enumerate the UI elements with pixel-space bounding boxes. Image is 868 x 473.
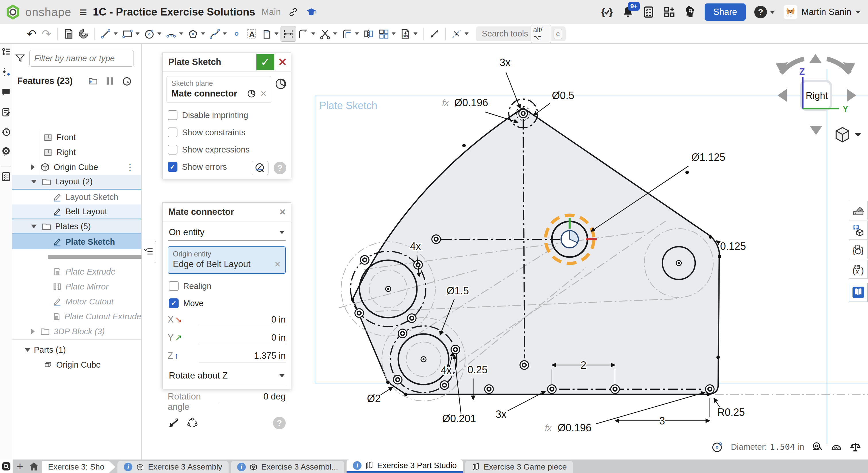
y-offset-field[interactable]: Y↗ 0 in <box>168 332 286 344</box>
feature-item-belt-layout[interactable]: Belt Layout <box>12 205 141 219</box>
tab-search-button[interactable] <box>0 460 12 473</box>
offset-tool[interactable] <box>339 26 354 41</box>
feature-item-front[interactable]: Front <box>12 130 141 145</box>
rollback-bar[interactable] <box>48 255 149 259</box>
feature-item-right[interactable]: Right <box>12 145 141 160</box>
rollback-handle-icon[interactable]: ⋮ <box>126 162 134 172</box>
new-folder-icon[interactable] <box>88 76 98 86</box>
share-button[interactable]: Share <box>705 3 746 21</box>
mirror-tool[interactable] <box>361 26 376 41</box>
confirm-button[interactable]: ✓ <box>256 54 274 70</box>
versions-icon[interactable] <box>1 146 11 156</box>
clear-field-icon[interactable]: × <box>275 258 281 270</box>
spline-tool[interactable] <box>207 26 222 41</box>
feature-item-plate-mirror[interactable]: Plate Mirror <box>12 279 141 294</box>
arc-tool-caret-icon[interactable] <box>179 32 183 35</box>
rotate-left-arrow[interactable] <box>778 89 787 102</box>
point-tool[interactable] <box>229 26 244 41</box>
rotation-angle-field[interactable]: Rotation angle 0 deg <box>168 391 286 412</box>
collapse-chevron-icon[interactable] <box>25 348 30 352</box>
new-tab-button[interactable]: + <box>17 460 23 473</box>
diameter-value[interactable]: 1.504 <box>770 442 795 452</box>
feature-item-origin-cube[interactable]: Origin Cube ⋮ <box>12 160 141 175</box>
tasks-icon[interactable] <box>643 6 655 18</box>
user-avatar[interactable] <box>783 5 797 19</box>
plate-outline[interactable] <box>352 108 719 394</box>
app-store-icon[interactable] <box>663 6 675 18</box>
checkbox-show-constraints[interactable]: Show constraints <box>168 127 291 137</box>
mass-properties-icon[interactable] <box>849 441 861 453</box>
feedback-icon[interactable]: {} <box>601 6 613 18</box>
history-stopwatch-icon[interactable] <box>1 127 11 137</box>
dialog-list-flyout-toggle[interactable] <box>142 241 156 263</box>
expand-chevron-icon[interactable] <box>31 329 35 334</box>
feature-folder-plates[interactable]: Plates (5) <box>12 219 141 234</box>
feature-folder-3dp-block[interactable]: 3DP Block (3) <box>12 324 141 339</box>
view-mode-caret-icon[interactable] <box>855 133 861 137</box>
x-offset-field[interactable]: X↘ 0 in <box>168 315 286 326</box>
comment-icon[interactable] <box>1 87 11 96</box>
notes-icon[interactable] <box>1 108 11 117</box>
mate-mode-select[interactable]: On entity <box>168 224 286 241</box>
measure-tool[interactable] <box>427 26 442 41</box>
document-menu-icon[interactable]: ≡ <box>79 4 87 20</box>
revolve-tool[interactable] <box>76 26 91 41</box>
document-title[interactable]: 1C - Practice Exercise Solutions <box>93 6 255 18</box>
part-item-origin-cube[interactable]: Origin Cube <box>12 357 141 372</box>
feature-filter-input[interactable] <box>29 50 134 67</box>
tab-exercise-3-game-piece[interactable]: Exercise 3 Game piece <box>465 461 573 473</box>
collapse-chevron-icon[interactable] <box>31 225 37 228</box>
checkbox-move[interactable]: ✓Move <box>169 298 286 308</box>
spline-tool-caret-icon[interactable] <box>223 32 227 35</box>
fillet-tool[interactable] <box>296 26 311 41</box>
share-link-icon[interactable] <box>288 7 298 17</box>
named-views-button[interactable] <box>849 220 868 239</box>
rectangle-tool-caret-icon[interactable] <box>135 32 140 35</box>
rotate-axis-select[interactable]: Rotate about Z <box>168 367 286 384</box>
user-menu-caret-icon[interactable] <box>856 11 861 14</box>
origin-entity-field[interactable]: Origin entity Edge of Belt Layout × <box>168 246 286 274</box>
close-dialog-icon[interactable]: × <box>274 204 291 220</box>
rotate-right-arrow[interactable] <box>847 89 856 102</box>
insert-feature-icon[interactable] <box>1 67 11 77</box>
line-tool-caret-icon[interactable] <box>114 32 118 35</box>
dimension-tool[interactable] <box>281 26 296 41</box>
search-tools-input[interactable] <box>481 29 528 39</box>
checkbox-disable-imprinting[interactable]: Disable imprinting <box>168 110 291 120</box>
filter-funnel-icon[interactable] <box>15 53 25 63</box>
parts-section-header[interactable]: Parts (1) <box>12 342 141 357</box>
suppress-pause-icon[interactable] <box>106 76 114 86</box>
offset-tool-caret-icon[interactable] <box>355 32 359 35</box>
help-caret-icon[interactable] <box>770 11 775 14</box>
import-dxf-tool[interactable]: DXF <box>398 26 413 41</box>
z-offset-field[interactable]: Z↑ 1.375 in <box>168 351 286 362</box>
fillet-tool-caret-icon[interactable] <box>311 32 315 35</box>
feature-item-plate-extrude[interactable]: Plate Extrude <box>12 264 141 279</box>
help-menu-icon[interactable]: ? <box>754 6 767 19</box>
checklist-icon[interactable] <box>1 172 11 181</box>
feature-list-icon[interactable] <box>1 47 11 57</box>
checkbox-show-expressions[interactable]: Show expressions <box>168 145 291 154</box>
onshape-logo-icon[interactable] <box>5 4 21 20</box>
construction-tool-caret-icon[interactable] <box>465 32 469 35</box>
learning-graduation-icon[interactable] <box>306 7 317 17</box>
brand-wordmark[interactable]: onshape <box>25 6 71 19</box>
variable-studio-button[interactable]: ()x <box>849 260 868 278</box>
text-tool[interactable]: A <box>244 26 259 41</box>
ai-advisor-icon[interactable] <box>684 6 696 18</box>
feature-folder-layout[interactable]: Layout (2) <box>12 175 141 189</box>
measure-tape-icon[interactable] <box>812 441 823 453</box>
sl ot-tool[interactable] <box>259 26 274 41</box>
configurations-button[interactable]: {} <box>849 240 868 259</box>
circle-tool[interactable] <box>142 26 157 41</box>
reorient-secondary-axis-icon[interactable] <box>186 417 199 429</box>
rollback-stopwatch-icon[interactable] <box>122 76 132 86</box>
view-mode-cube-icon[interactable] <box>836 127 849 142</box>
rotate-up-arrow[interactable] <box>809 54 822 63</box>
feature-item-plate-sketch[interactable]: Plate Sketch <box>12 234 141 249</box>
help-icon[interactable]: ? <box>274 162 286 174</box>
view-cube[interactable]: Z Y Right <box>764 46 867 146</box>
protractor-icon[interactable] <box>831 441 842 453</box>
tab-exercise-3-part-studio[interactable]: i Exercise 3 Part Studio <box>347 460 463 473</box>
sketch-view-button[interactable] <box>252 161 269 175</box>
